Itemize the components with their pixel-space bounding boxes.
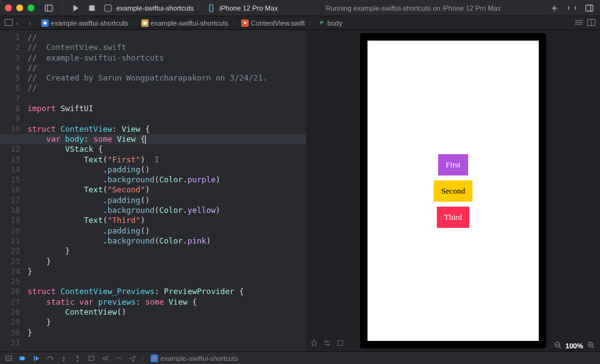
- svg-line-39: [104, 357, 107, 358]
- svg-rect-35: [89, 356, 94, 361]
- add-editor-icon[interactable]: [549, 2, 560, 14]
- app-icon: ◆: [151, 355, 158, 362]
- library-icon[interactable]: [584, 2, 595, 14]
- code-line[interactable]: //: [25, 32, 306, 42]
- navigator-icon[interactable]: [4, 17, 14, 29]
- code-editor[interactable]: 1234567891011121314151617181920212223242…: [0, 30, 306, 352]
- minimize-window[interactable]: [16, 4, 23, 11]
- crumb-project: example-swiftui-shortcuts: [51, 19, 128, 27]
- code-line[interactable]: .padding(): [25, 226, 306, 236]
- code-line[interactable]: .background(Color.pink): [25, 236, 306, 246]
- code-line[interactable]: }: [25, 257, 306, 267]
- svg-rect-7: [586, 5, 592, 11]
- svg-rect-27: [6, 356, 12, 361]
- breakpoint-toggle-icon[interactable]: [19, 355, 26, 362]
- zoom-level[interactable]: 100%: [566, 342, 583, 350]
- code-line[interactable]: struct ContentView_Previews: PreviewProv…: [25, 287, 306, 297]
- code-line[interactable]: [25, 114, 306, 124]
- crumb-group: example-swiftui-shortcuts: [151, 19, 228, 27]
- code-line[interactable]: .padding(): [25, 195, 306, 205]
- code-line[interactable]: // example-swiftui-shortcuts: [25, 53, 306, 63]
- project-icon: ◆: [41, 19, 49, 27]
- forward-button[interactable]: ›: [29, 19, 39, 27]
- app-icon: [102, 2, 114, 14]
- code-line[interactable]: .padding(): [25, 165, 306, 175]
- zoom-in-icon[interactable]: [587, 341, 595, 350]
- preview-settings-icon[interactable]: [323, 339, 331, 349]
- svg-point-30: [52, 358, 53, 360]
- code-line[interactable]: [25, 338, 306, 348]
- live-preview-icon[interactable]: [336, 339, 344, 349]
- code-line[interactable]: [25, 277, 306, 287]
- code-content[interactable]: //// ContentView.swift// example-swiftui…: [25, 30, 306, 352]
- split-editor-icon[interactable]: [586, 17, 596, 29]
- chevron-icon: 〉: [308, 18, 315, 27]
- scheme-name: example-swiftui-shortcuts: [116, 4, 194, 12]
- zoom-window[interactable]: [28, 4, 34, 11]
- memory-graph-icon[interactable]: [101, 355, 109, 362]
- close-window[interactable]: [5, 4, 12, 11]
- code-line[interactable]: //: [25, 83, 306, 93]
- code-line[interactable]: .background(Color.yellow): [25, 205, 306, 215]
- preview-text-second: Second: [434, 180, 472, 202]
- code-line[interactable]: // Created by Sarun Wongpatcharapakorn o…: [25, 73, 306, 83]
- separator: [62, 3, 62, 13]
- code-line[interactable]: import SwiftUI: [25, 104, 306, 114]
- swift-file-icon: ➤: [241, 19, 249, 27]
- sidebar-toggle-icon[interactable]: [43, 2, 54, 14]
- code-line[interactable]: }: [25, 317, 306, 327]
- editor-options-icon[interactable]: [574, 17, 584, 29]
- debug-target-name: example-swiftui-shortcuts: [161, 355, 238, 362]
- run-button[interactable]: [70, 2, 81, 14]
- pin-preview-icon[interactable]: [310, 339, 318, 349]
- code-line[interactable]: Text("Second"): [25, 185, 306, 195]
- preview-vstack: FirstSecondThird: [434, 154, 472, 228]
- debug-bar: | ◆ example-swiftui-shortcuts: [0, 352, 600, 364]
- code-line[interactable]: .background(Color.purple): [25, 175, 306, 185]
- code-line[interactable]: var body: some View {: [0, 134, 306, 144]
- code-line[interactable]: }: [25, 246, 306, 256]
- code-line[interactable]: ContentView(): [25, 307, 306, 317]
- code-review-icon[interactable]: [566, 2, 578, 14]
- code-line[interactable]: [25, 94, 306, 104]
- svg-line-24: [592, 347, 594, 348]
- environment-icon[interactable]: [115, 355, 122, 362]
- svg-point-32: [63, 360, 64, 362]
- jump-bar: ‹ › ◆ example-swiftui-shortcuts 〉 ▣ exam…: [0, 16, 600, 30]
- back-button[interactable]: ‹: [16, 19, 26, 27]
- separator: |: [142, 355, 144, 362]
- code-line[interactable]: }: [25, 328, 306, 338]
- hide-debug-icon[interactable]: [5, 355, 12, 362]
- zoom-out-icon[interactable]: [554, 341, 562, 350]
- folder-icon: ▣: [141, 19, 149, 27]
- step-out-icon[interactable]: [74, 355, 81, 362]
- line-gutter: 1234567891011121314151617181920212223242…: [0, 30, 25, 352]
- debug-target[interactable]: ◆ example-swiftui-shortcuts: [151, 355, 238, 362]
- breadcrumb[interactable]: ◆ example-swiftui-shortcuts 〉 ▣ example-…: [41, 18, 342, 27]
- canvas-controls: [310, 339, 344, 349]
- code-line[interactable]: //: [25, 63, 306, 73]
- svg-rect-19: [338, 340, 342, 345]
- code-line[interactable]: struct ContentView: View {: [25, 124, 306, 134]
- code-line[interactable]: // ContentView.swift: [25, 42, 306, 52]
- svg-line-40: [104, 358, 107, 360]
- code-line[interactable]: }: [25, 267, 306, 277]
- code-line[interactable]: Text("First") I: [25, 155, 306, 165]
- code-line[interactable]: Text("Third"): [25, 215, 306, 225]
- zoom-controls: 100%: [554, 341, 595, 350]
- code-line[interactable]: VStack {: [25, 144, 306, 154]
- step-into-icon[interactable]: [60, 355, 68, 362]
- code-line[interactable]: static var previews: some View {: [25, 297, 306, 307]
- activity-status: Running example-swiftui-shortcuts on iPh…: [283, 4, 544, 12]
- svg-rect-2: [89, 5, 95, 11]
- stop-button[interactable]: [86, 2, 98, 14]
- continue-icon[interactable]: [32, 355, 40, 362]
- preview-canvas[interactable]: FirstSecondThird 100%: [306, 30, 600, 352]
- chevron-icon: 〉: [231, 18, 238, 27]
- scheme-selector[interactable]: example-swiftui-shortcuts 〉 iPhone 12 Pr…: [102, 2, 278, 14]
- location-icon[interactable]: [129, 355, 136, 362]
- step-over-icon[interactable]: [46, 355, 54, 362]
- debug-view-icon[interactable]: [88, 355, 95, 362]
- device-icon: [206, 2, 217, 14]
- svg-rect-0: [45, 5, 52, 11]
